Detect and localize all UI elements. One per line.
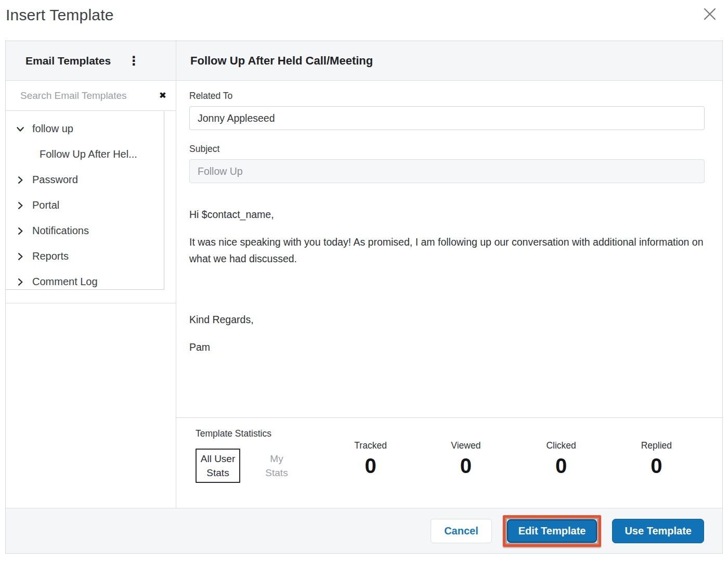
tree-item-notifications[interactable]: Notifications bbox=[6, 218, 164, 244]
tree-item-label: Portal bbox=[32, 199, 59, 211]
stat-viewed: Viewed 0 bbox=[418, 440, 513, 478]
search-clear-icon[interactable]: ✖ bbox=[158, 89, 167, 102]
stat-tracked: Tracked 0 bbox=[323, 440, 418, 478]
tree-item-password[interactable]: Password bbox=[6, 167, 164, 193]
chevron-right-icon[interactable] bbox=[15, 175, 25, 185]
body-paragraph: It was nice speaking with you today! As … bbox=[189, 234, 704, 267]
tree-item-reports[interactable]: Reports bbox=[6, 244, 164, 269]
chevron-down-icon[interactable] bbox=[15, 124, 25, 134]
close-icon[interactable] bbox=[701, 5, 719, 23]
stat-value: 0 bbox=[418, 454, 513, 478]
insert-template-dialog: Email Templates ⋮ Follow Up After Held C… bbox=[5, 41, 723, 554]
template-preview-panel: Related To Subject Hi $contact_name, It … bbox=[176, 81, 722, 508]
stat-value: 0 bbox=[514, 454, 609, 478]
stat-value: 0 bbox=[609, 454, 704, 478]
edit-template-button[interactable]: Edit Template bbox=[507, 519, 597, 543]
tree-item-label: Follow Up After Hel... bbox=[40, 148, 137, 160]
sidebar-divider bbox=[6, 290, 176, 303]
tree-item-follow-up-after-held[interactable]: Follow Up After Hel... bbox=[6, 142, 164, 167]
tree-item-label: Comment Log bbox=[32, 276, 98, 288]
subject-field bbox=[189, 159, 705, 183]
stat-value: 0 bbox=[323, 454, 418, 478]
tree-item-comment-log[interactable]: Comment Log bbox=[6, 269, 164, 290]
tree-item-label: Reports bbox=[32, 250, 69, 262]
dialog-header-row: Email Templates ⋮ Follow Up After Held C… bbox=[6, 41, 722, 81]
search-input[interactable] bbox=[20, 90, 158, 101]
stat-replied: Replied 0 bbox=[609, 440, 704, 478]
statistics-title: Template Statistics bbox=[196, 428, 704, 439]
red-highlight-annotation: Edit Template bbox=[503, 515, 602, 547]
cancel-button[interactable]: Cancel bbox=[431, 519, 492, 543]
sidebar-header: Email Templates ⋮ bbox=[6, 41, 176, 80]
stat-label: Replied bbox=[609, 440, 704, 451]
sidebar-title: Email Templates bbox=[25, 55, 111, 67]
chevron-right-icon[interactable] bbox=[15, 226, 25, 236]
tree-item-label: Password bbox=[32, 174, 78, 186]
stat-label: Clicked bbox=[514, 440, 609, 451]
stat-clicked: Clicked 0 bbox=[514, 440, 609, 478]
chevron-right-icon[interactable] bbox=[15, 277, 25, 287]
subject-label: Subject bbox=[189, 144, 705, 155]
body-closing: Kind Regards, bbox=[189, 311, 705, 328]
use-template-button[interactable]: Use Template bbox=[612, 519, 704, 543]
template-header: Follow Up After Held Call/Meeting bbox=[176, 41, 722, 80]
stat-label: Viewed bbox=[418, 440, 513, 451]
body-greeting: Hi $contact_name, bbox=[189, 206, 705, 223]
chevron-right-icon[interactable] bbox=[15, 251, 25, 262]
template-statistics-section: Template Statistics All User Stats My St… bbox=[176, 417, 722, 508]
tree-item-portal[interactable]: Portal bbox=[6, 193, 164, 218]
search-row: ✖ bbox=[6, 81, 176, 111]
tree-item-follow-up[interactable]: follow up bbox=[6, 116, 164, 142]
tree-item-label: follow up bbox=[32, 123, 73, 135]
all-user-stats-button[interactable]: All User Stats bbox=[196, 449, 240, 483]
kebab-menu-icon[interactable]: ⋮ bbox=[124, 54, 143, 68]
page-title: Insert Template bbox=[6, 6, 114, 24]
sidebar-empty-area bbox=[6, 303, 176, 508]
chevron-right-icon[interactable] bbox=[15, 200, 25, 211]
related-to-label: Related To bbox=[189, 91, 705, 101]
template-body: Hi $contact_name, It was nice speaking w… bbox=[176, 183, 722, 355]
related-to-field[interactable] bbox=[189, 106, 705, 130]
template-title: Follow Up After Held Call/Meeting bbox=[190, 54, 373, 68]
template-tree: follow up Follow Up After Hel... Passwor… bbox=[6, 111, 164, 290]
dialog-footer: Cancel Edit Template Use Template bbox=[6, 508, 722, 553]
body-signature: Pam bbox=[189, 339, 705, 355]
tree-item-label: Notifications bbox=[32, 225, 89, 237]
email-templates-sidebar: ✖ follow up Follow Up After Hel... Passw bbox=[6, 81, 176, 508]
my-stats-button[interactable]: My Stats bbox=[258, 449, 295, 483]
stat-label: Tracked bbox=[323, 440, 418, 451]
